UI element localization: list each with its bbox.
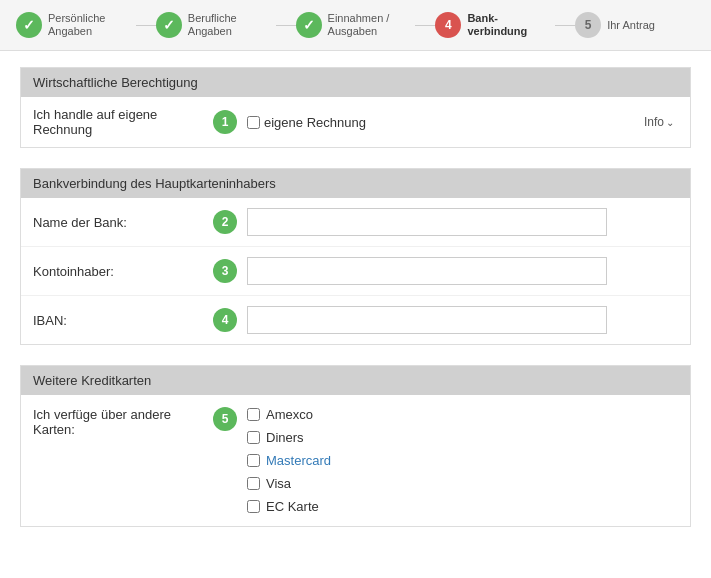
section-body-kreditkarten: Ich verfüge über andere Karten: 5 Amexco… <box>21 395 690 526</box>
step-icon-antrag: 5 <box>575 12 601 38</box>
checkbox-item-ec-karte: EC Karte <box>247 499 319 514</box>
label-mastercard[interactable]: Mastercard <box>266 453 331 468</box>
row-eigene-rechnung: Ich handle auf eigene Rechnung 1 eigene … <box>21 97 690 147</box>
info-label: Info <box>644 115 664 129</box>
eigene-rechnung-row: eigene Rechnung Info ⌄ <box>247 115 678 130</box>
control-name-der-bank <box>247 208 678 236</box>
info-button[interactable]: Info ⌄ <box>644 115 678 129</box>
label-visa[interactable]: Visa <box>266 476 291 491</box>
checkbox-eigene-rechnung[interactable] <box>247 116 260 129</box>
control-andere-karten: Amexco Diners Mastercard Visa <box>247 407 678 514</box>
step-label-antrag: Ihr Antrag <box>607 19 655 32</box>
label-name-der-bank: Name der Bank: <box>33 215 213 230</box>
control-kontoinhaber <box>247 257 678 285</box>
step-bankverbindung[interactable]: 4 Bank- verbindung <box>435 12 555 38</box>
control-eigene-rechnung: eigene Rechnung Info ⌄ <box>247 115 678 130</box>
section-body-bankverbindung: Name der Bank: 2 Kontoinhaber: 3 IBAN: 4 <box>21 198 690 344</box>
step-divider-3 <box>415 25 435 26</box>
step-icon-bankverbindung: 4 <box>435 12 461 38</box>
main-content: Wirtschaftliche Berechtigung Ich handle … <box>0 51 711 563</box>
step-antrag[interactable]: 5 Ihr Antrag <box>575 12 695 38</box>
row-name-der-bank: Name der Bank: 2 <box>21 198 690 247</box>
section-bankverbindung: Bankverbindung des Hauptkarteninhabers N… <box>20 168 691 345</box>
step-divider-4 <box>555 25 575 26</box>
input-kontoinhaber[interactable] <box>247 257 607 285</box>
badge-1: 1 <box>213 110 237 134</box>
step-persoenliche[interactable]: ✓ Persönliche Angaben <box>16 12 136 38</box>
checkbox-diners[interactable] <box>247 431 260 444</box>
step-divider-2 <box>276 25 296 26</box>
badge-4: 4 <box>213 308 237 332</box>
checkbox-item-diners: Diners <box>247 430 304 445</box>
step-label-persoenliche: Persönliche Angaben <box>48 12 105 38</box>
section-kreditkarten: Weitere Kreditkarten Ich verfüge über an… <box>20 365 691 527</box>
checkbox-visa[interactable] <box>247 477 260 490</box>
step-icon-berufliche: ✓ <box>156 12 182 38</box>
badge-5: 5 <box>213 407 237 431</box>
checkbox-amexco[interactable] <box>247 408 260 421</box>
input-iban[interactable] <box>247 306 607 334</box>
step-label-einnahmen: Einnahmen / Ausgaben <box>328 12 390 38</box>
checkbox-item-visa: Visa <box>247 476 291 491</box>
step-icon-persoenliche: ✓ <box>16 12 42 38</box>
label-eigene-rechnung: Ich handle auf eigene Rechnung <box>33 107 213 137</box>
step-berufliche[interactable]: ✓ Berufliche Angaben <box>156 12 276 38</box>
section-wirtschaftliche: Wirtschaftliche Berechtigung Ich handle … <box>20 67 691 148</box>
step-label-bankverbindung: Bank- verbindung <box>467 12 527 38</box>
label-diners[interactable]: Diners <box>266 430 304 445</box>
checkbox-label-eigene-rechnung[interactable]: eigene Rechnung <box>264 115 366 130</box>
section-header-wirtschaftliche: Wirtschaftliche Berechtigung <box>21 68 690 97</box>
badge-2: 2 <box>213 210 237 234</box>
label-kontoinhaber: Kontoinhaber: <box>33 264 213 279</box>
row-andere-karten: Ich verfüge über andere Karten: 5 Amexco… <box>21 395 690 526</box>
section-body-wirtschaftliche: Ich handle auf eigene Rechnung 1 eigene … <box>21 97 690 147</box>
checkbox-item-mastercard: Mastercard <box>247 453 331 468</box>
section-header-kreditkarten: Weitere Kreditkarten <box>21 366 690 395</box>
section-header-bankverbindung: Bankverbindung des Hauptkarteninhabers <box>21 169 690 198</box>
badge-3: 3 <box>213 259 237 283</box>
chevron-down-icon: ⌄ <box>666 117 674 128</box>
checkbox-item-amexco: Amexco <box>247 407 313 422</box>
control-iban <box>247 306 678 334</box>
label-amexco[interactable]: Amexco <box>266 407 313 422</box>
step-label-berufliche: Berufliche Angaben <box>188 12 237 38</box>
row-iban: IBAN: 4 <box>21 296 690 344</box>
checkbox-ec-karte[interactable] <box>247 500 260 513</box>
label-andere-karten: Ich verfüge über andere Karten: <box>33 407 213 437</box>
step-icon-einnahmen: ✓ <box>296 12 322 38</box>
stepper: ✓ Persönliche Angaben ✓ Berufliche Angab… <box>0 0 711 51</box>
checkbox-mastercard[interactable] <box>247 454 260 467</box>
step-einnahmen[interactable]: ✓ Einnahmen / Ausgaben <box>296 12 416 38</box>
row-kontoinhaber: Kontoinhaber: 3 <box>21 247 690 296</box>
label-iban: IBAN: <box>33 313 213 328</box>
input-name-der-bank[interactable] <box>247 208 607 236</box>
step-divider-1 <box>136 25 156 26</box>
label-ec-karte[interactable]: EC Karte <box>266 499 319 514</box>
